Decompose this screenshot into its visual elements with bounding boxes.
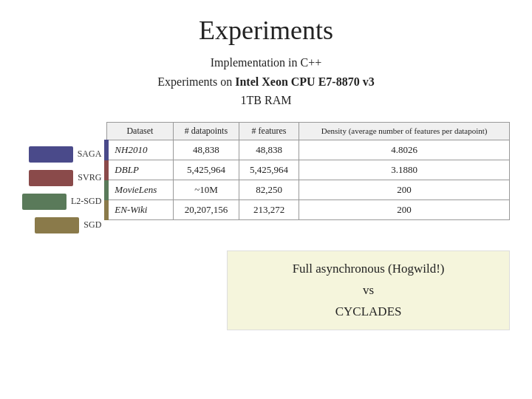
table-cell: 48,838 [174, 140, 239, 160]
legend-item: SGD [35, 215, 101, 236]
footer-line2: vs [363, 283, 374, 297]
footer-line3: CYCLADES [335, 304, 402, 318]
legend-item: L2-SGD [22, 191, 101, 212]
legend-label: SGD [83, 219, 101, 231]
data-table: Dataset# datapoints# featuresDensity (av… [104, 122, 510, 220]
subtitle-line2: Experiments on Intel Xeon CPU E7-8870 v3 [157, 75, 374, 88]
table-wrapper: Dataset# datapoints# featuresDensity (av… [104, 122, 510, 239]
legend-label: SAGA [78, 149, 102, 160]
table-cell: 200 [299, 180, 510, 200]
table-header-1: # datapoints [174, 122, 239, 140]
table-cell: EN-Wiki [106, 200, 173, 219]
footer-box: Full asynchronous (Hogwild!) vs CYCLADES [227, 250, 510, 331]
table-row: EN-Wiki20,207,156213,272200 [106, 200, 509, 219]
legend-column: SAGASVRGL2-SGDSGD [22, 122, 104, 239]
table-cell: DBLP [106, 160, 173, 180]
legend-color-box [35, 217, 79, 233]
table-row: DBLP5,425,9645,425,9643.1880 [106, 160, 509, 180]
table-cell: 3.1880 [299, 160, 510, 180]
table-cell: 5,425,964 [174, 160, 239, 180]
table-row: NH201048,83848,8384.8026 [106, 140, 509, 160]
table-cell: 48,838 [239, 140, 299, 160]
table-cell: MovieLens [106, 180, 173, 200]
table-cell: 82,250 [239, 180, 299, 200]
legend-color-box [22, 194, 66, 210]
subtitle: Implementation in C++ Experiments on Int… [157, 53, 374, 110]
legend-item: SVRG [29, 168, 101, 188]
bottom-section: Full asynchronous (Hogwild!) vs CYCLADES [22, 243, 510, 331]
table-cell: 200 [299, 200, 510, 219]
table-header-2: # features [239, 122, 299, 140]
legend-color-box [29, 146, 73, 163]
table-cell: 20,207,156 [174, 200, 239, 219]
table-cell: 213,272 [239, 200, 299, 219]
legend-item: SAGA [29, 144, 102, 165]
footer-line1: Full asynchronous (Hogwild!) [293, 262, 445, 276]
main-content: SAGASVRGL2-SGDSGD Dataset# datapoints# f… [22, 122, 510, 239]
table-row: MovieLens~10M82,250200 [106, 180, 509, 200]
table-header-3: Density (average number of features per … [299, 122, 510, 140]
subtitle-line1: Implementation in C++ [211, 56, 321, 69]
table-cell: NH2010 [106, 140, 173, 160]
table-cell: 5,425,964 [239, 160, 299, 180]
table-cell: 4.8026 [299, 140, 510, 160]
legend-label: SVRG [78, 172, 101, 183]
subtitle-line3: 1TB RAM [241, 94, 292, 106]
table-header-0: Dataset [106, 122, 173, 140]
legend-color-box [29, 170, 73, 186]
table-cell: ~10M [174, 180, 239, 200]
legend-label: L2-SGD [71, 196, 101, 207]
page-title: Experiments [199, 15, 333, 46]
